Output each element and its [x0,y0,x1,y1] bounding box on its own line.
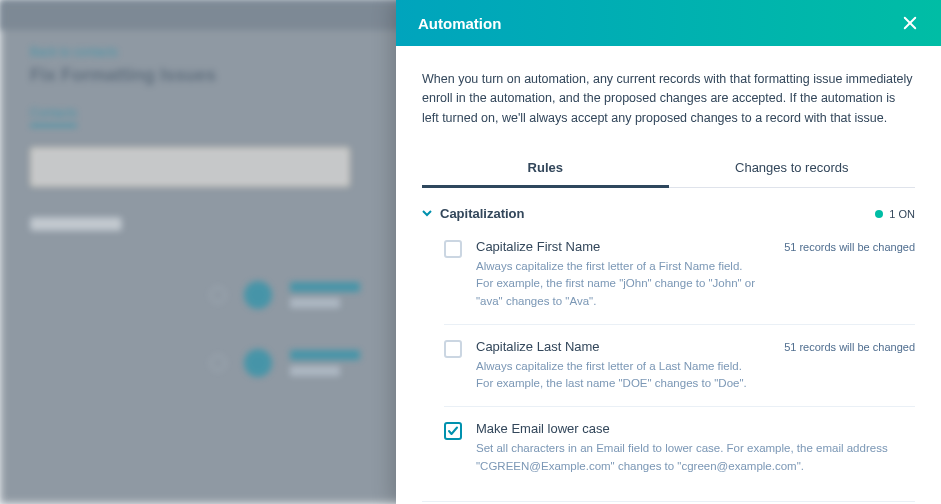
chevron-down-icon [422,208,432,220]
rule-title: Make Email lower case [476,421,915,436]
panel-header: Automation [396,0,941,46]
back-link: Back to contacts [30,45,360,59]
tab-rules[interactable]: Rules [422,150,669,187]
rule-meta: 51 records will be changed [784,241,915,253]
rule-title: Capitalize Last Name [476,339,760,354]
filter-tab: Contacts [30,106,77,127]
section-capitalization: Capitalization 1 ON Capitalize First Nam… [422,188,915,497]
background-page: Back to contacts Fix Formatting Issues C… [30,45,360,377]
tab-changes[interactable]: Changes to records [669,150,916,187]
panel-title: Automation [418,15,501,32]
status-dot-on [875,210,883,218]
rule-desc: Set all characters in an Email field to … [476,440,915,475]
rule-capitalize-first-name: Capitalize First Name Always capitalize … [444,225,915,325]
checkbox-capitalize-last-name[interactable] [444,340,462,358]
checkbox-email-lowercase[interactable] [444,422,462,440]
rule-meta: 51 records will be changed [784,341,915,353]
rule-title: Capitalize First Name [476,239,760,254]
status-badge-on: 1 ON [875,208,915,220]
section-title: Capitalization [440,206,525,221]
intro-text: When you turn on automation, any current… [422,70,915,128]
close-icon[interactable] [901,14,919,32]
tab-bar: Rules Changes to records [422,150,915,188]
page-title: Fix Formatting Issues [30,65,360,86]
rule-email-lowercase: Make Email lower case Set all characters… [444,407,915,489]
rule-capitalize-last-name: Capitalize Last Name Always capitalize t… [444,325,915,408]
checkbox-capitalize-first-name[interactable] [444,240,462,258]
automation-panel: Automation When you turn on automation, … [396,0,941,504]
rule-desc: Always capitalize the first letter of a … [476,258,760,310]
rule-desc: Always capitalize the first letter of a … [476,358,760,393]
panel-body: When you turn on automation, any current… [396,46,941,504]
rules-list: Capitalize First Name Always capitalize … [422,221,915,489]
section-header-capitalization[interactable]: Capitalization 1 ON [422,206,915,221]
